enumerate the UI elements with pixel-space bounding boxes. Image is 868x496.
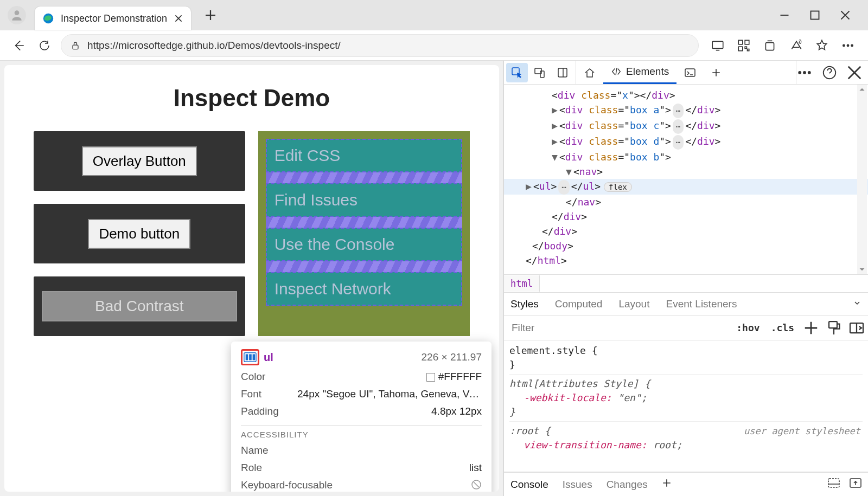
profile-icon[interactable]: [8, 6, 26, 24]
svg-rect-21: [540, 71, 544, 78]
svg-rect-7: [738, 47, 743, 51]
dom-tree[interactable]: <div class="x"></div> ▶<div class="box a…: [504, 85, 868, 274]
tab-strip: Inspector Demonstration: [0, 0, 868, 30]
inspect-element-button[interactable]: [506, 63, 528, 82]
dock-button[interactable]: [552, 63, 573, 82]
svg-rect-22: [558, 68, 567, 77]
layout-tab[interactable]: Layout: [618, 298, 649, 310]
svg-point-13: [851, 44, 853, 46]
drawer-add-button[interactable]: [662, 478, 672, 491]
tooltip-element: ul: [264, 351, 273, 364]
tooltip-font-value: 24px "Segoe UI", Tahoma, Geneva, Verda..…: [297, 388, 482, 400]
tooltip-dimensions: 226 × 211.97: [422, 351, 482, 363]
tooltip-name-label: Name: [241, 445, 269, 456]
svg-rect-23: [685, 69, 695, 76]
favorite-icon[interactable]: [815, 38, 829, 53]
computed-tab[interactable]: Computed: [555, 298, 603, 310]
styles-filter-row: :hov .cls: [504, 315, 868, 340]
tooltip-color-label: Color: [241, 371, 265, 383]
tooltip-role-label: Role: [241, 462, 262, 474]
collections-icon[interactable]: [763, 38, 777, 53]
svg-rect-28: [829, 321, 837, 328]
svg-rect-16: [249, 354, 252, 360]
dom-scrollbar[interactable]: [857, 85, 867, 274]
computed-toggle-icon[interactable]: [848, 320, 865, 336]
console-tab-icon[interactable]: [676, 61, 704, 84]
qr-icon[interactable]: [737, 38, 751, 53]
edge-icon: [42, 12, 54, 24]
page-title: Inspect Demo: [4, 85, 499, 112]
devtools-header: Elements: [504, 61, 868, 85]
close-tab-icon[interactable]: [174, 14, 183, 23]
elements-tab[interactable]: Elements: [603, 61, 676, 84]
drawer-console-tab[interactable]: Console: [510, 479, 548, 491]
styles-tab[interactable]: Styles: [510, 298, 539, 310]
devtools-close-icon[interactable]: [846, 65, 863, 81]
tooltip-a11y-header: ACCESSIBILITY: [241, 430, 482, 439]
devtools-help-icon[interactable]: [821, 65, 838, 81]
ua-stylesheet-label: user agent stylesheet: [744, 424, 860, 438]
chevron-down-icon[interactable]: [853, 298, 861, 310]
cls-toggle[interactable]: .cls: [765, 322, 800, 333]
drawer-expand-icon[interactable]: [850, 478, 861, 491]
overlay-box: Overlay Button: [34, 131, 245, 191]
event-listeners-tab[interactable]: Event Listeners: [666, 298, 737, 310]
svg-rect-5: [738, 40, 743, 44]
svg-point-11: [843, 44, 845, 46]
nav-box: Edit CSS Find Issues Use the Console Ins…: [258, 131, 470, 336]
back-button[interactable]: [9, 36, 28, 55]
drawer-dock-icon[interactable]: [828, 478, 840, 491]
styles-filter-input[interactable]: [504, 315, 731, 340]
read-aloud-icon[interactable]: [789, 38, 803, 53]
address-bar[interactable]: https://microsoftedge.github.io/Demos/de…: [61, 34, 699, 57]
svg-rect-17: [253, 354, 256, 360]
tooltip-role-value: list: [469, 462, 482, 474]
nav-item[interactable]: Find Issues: [266, 183, 462, 217]
lock-icon: [70, 40, 81, 51]
tooltip-font-label: Font: [241, 388, 261, 400]
svg-point-25: [803, 72, 806, 74]
inspect-tooltip: ul 226 × 211.97 Color#FFFFFF Font24px "S…: [231, 342, 492, 492]
tab-title: Inspector Demonstration: [61, 13, 167, 24]
minimize-icon[interactable]: [779, 10, 790, 21]
nav-item[interactable]: Edit CSS: [266, 139, 462, 172]
new-rule-icon[interactable]: [803, 320, 819, 336]
nav-item[interactable]: Use the Console: [266, 228, 462, 261]
device-toggle-button[interactable]: [529, 63, 551, 82]
svg-rect-30: [828, 479, 839, 487]
drawer-changes-tab[interactable]: Changes: [607, 479, 648, 491]
bad-contrast-button[interactable]: Bad Contrast: [42, 291, 237, 321]
svg-point-12: [847, 44, 848, 46]
welcome-tab[interactable]: [576, 61, 603, 84]
tooltip-color-value: #FFFFFF: [426, 371, 482, 383]
browser-tab[interactable]: Inspector Demonstration: [35, 7, 191, 30]
drawer-issues-tab[interactable]: Issues: [563, 479, 592, 491]
nav-list[interactable]: Edit CSS Find Issues Use the Console Ins…: [266, 139, 462, 306]
tooltip-padding-value: 4.8px 12px: [431, 405, 482, 417]
close-window-icon[interactable]: [840, 10, 851, 21]
demo-box: Demo button: [34, 204, 245, 263]
window-controls: [779, 10, 864, 21]
url-text: https://microsoftedge.github.io/Demos/de…: [87, 40, 341, 51]
refresh-button[interactable]: [35, 36, 54, 55]
nav-item[interactable]: Inspect Network: [266, 272, 462, 306]
new-tab-button[interactable]: [204, 9, 217, 22]
more-icon[interactable]: [841, 38, 855, 53]
devtools-drawer: Console Issues Changes: [504, 472, 868, 496]
breadcrumb[interactable]: html: [504, 274, 868, 293]
hov-toggle[interactable]: :hov: [731, 322, 765, 333]
bad-contrast-box: Bad Contrast: [34, 276, 245, 336]
demo-button[interactable]: Demo button: [88, 219, 190, 249]
svg-rect-2: [811, 11, 819, 20]
more-tabs-button[interactable]: [704, 61, 729, 84]
svg-point-24: [799, 72, 801, 74]
overlay-button[interactable]: Overlay Button: [82, 146, 197, 176]
paint-icon[interactable]: [826, 320, 842, 336]
svg-rect-10: [765, 42, 774, 50]
styles-body[interactable]: element.style { } html[Attributes Style]…: [504, 340, 868, 472]
browser-toolbar: https://microsoftedge.github.io/Demos/de…: [0, 30, 868, 61]
maximize-icon[interactable]: [809, 10, 820, 21]
devtools-more-icon[interactable]: [796, 65, 813, 81]
desktop-icon[interactable]: [711, 38, 725, 53]
svg-rect-4: [712, 41, 723, 48]
